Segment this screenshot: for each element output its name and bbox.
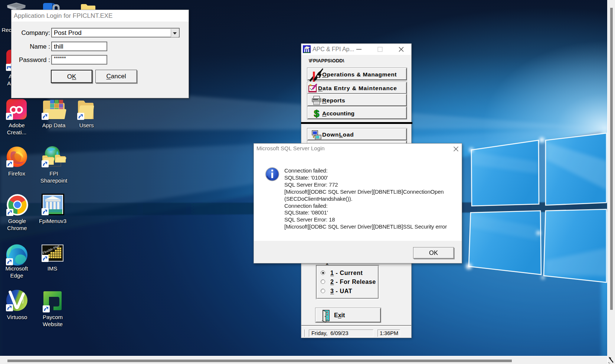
- svg-text:$: $: [314, 109, 320, 119]
- svg-text:X: X: [327, 314, 328, 316]
- svg-text:E: E: [327, 311, 328, 314]
- svg-text:T: T: [327, 319, 328, 321]
- svg-text:I: I: [327, 316, 328, 319]
